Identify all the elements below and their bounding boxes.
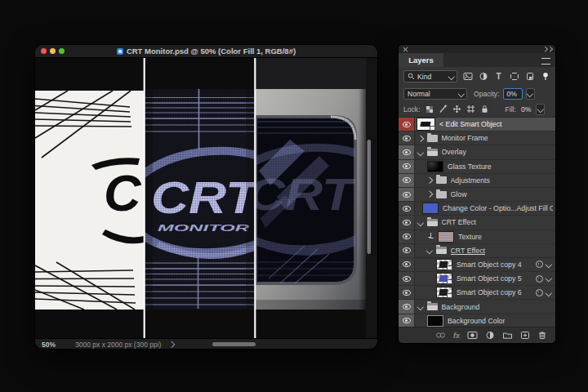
link-layers-icon[interactable] xyxy=(435,331,446,340)
visibility-toggle[interactable] xyxy=(399,230,415,243)
smart-filter-icon[interactable] xyxy=(536,275,543,283)
layer-row-smart-object-copy-4[interactable]: Smart Object copy 4 xyxy=(399,258,555,272)
horizontal-scrollbar[interactable] xyxy=(212,342,256,346)
chevron-right-icon[interactable] xyxy=(426,191,433,198)
layer-row-smart-object-copy-6[interactable]: Smart Object copy 6 xyxy=(399,286,555,300)
layer-row-crt-effect-group[interactable]: CRT Effect xyxy=(399,216,555,229)
tab-layers[interactable]: Layers xyxy=(399,53,443,67)
filter-kind-dropdown[interactable]: Kind xyxy=(403,70,457,82)
new-adjustment-layer-icon[interactable] xyxy=(485,331,495,340)
window-titlebar[interactable]: CRT Monitor.psd @ 50% (Color Fill 1, RGB… xyxy=(35,45,377,58)
minimize-window-button[interactable] xyxy=(50,48,56,54)
eye-icon xyxy=(403,290,411,296)
chevron-down-icon[interactable] xyxy=(545,261,551,268)
visibility-toggle[interactable] xyxy=(399,145,415,158)
window-title: CRT Monitor.psd @ 50% (Color Fill 1, RGB… xyxy=(127,47,296,56)
lock-artboard-icon[interactable] xyxy=(466,105,475,114)
opacity-input[interactable]: 0% xyxy=(503,88,523,100)
zoom-window-button[interactable] xyxy=(59,48,65,54)
layer-row-smart-object-copy-5[interactable]: Smart Object copy 5 xyxy=(399,272,555,286)
close-window-button[interactable] xyxy=(41,48,47,54)
visibility-toggle[interactable] xyxy=(399,118,415,131)
smart-filter-icon[interactable] xyxy=(536,289,543,296)
panel-menu-icon[interactable] xyxy=(541,58,550,65)
layer-row-texture[interactable]: Texture xyxy=(399,230,555,244)
chevron-right-icon[interactable] xyxy=(417,135,424,141)
layer-thumbnail[interactable] xyxy=(422,203,439,214)
visibility-toggle[interactable] xyxy=(399,188,415,201)
lock-pixels-brush-icon[interactable] xyxy=(439,105,448,114)
layers-list: < Edit Smart Object Monitor Frame Overla… xyxy=(399,118,555,327)
add-layer-mask-icon[interactable] xyxy=(467,331,478,340)
folder-icon xyxy=(436,191,447,198)
canvas-artwork: C xyxy=(35,58,377,338)
lock-position-move-icon[interactable] xyxy=(452,105,461,114)
visibility-toggle[interactable] xyxy=(399,131,415,145)
lock-all-padlock-icon[interactable] xyxy=(480,105,489,114)
new-group-folder-icon[interactable] xyxy=(502,331,513,340)
visibility-toggle[interactable] xyxy=(399,286,415,299)
visibility-toggle[interactable] xyxy=(399,244,415,257)
panel-grip[interactable] xyxy=(399,45,555,53)
layer-row-background-group[interactable]: Background xyxy=(399,300,555,314)
visibility-toggle[interactable] xyxy=(399,300,415,313)
filter-pixel-layers-icon[interactable] xyxy=(463,72,473,81)
filter-smart-object-icon[interactable] xyxy=(525,72,535,81)
strip-divider-right[interactable] xyxy=(254,58,256,338)
layer-row-edit-smart-object[interactable]: < Edit Smart Object xyxy=(399,118,555,131)
chevron-down-icon[interactable] xyxy=(417,220,424,226)
filter-adjustment-layers-icon[interactable] xyxy=(479,72,488,81)
strip-divider-left[interactable] xyxy=(144,58,145,338)
visibility-toggle[interactable] xyxy=(399,272,415,285)
visibility-toggle[interactable] xyxy=(399,258,415,271)
chevron-down-icon[interactable] xyxy=(426,247,433,254)
chevron-down-icon[interactable] xyxy=(545,289,551,296)
fill-value[interactable]: 0% xyxy=(521,105,531,114)
chevron-down-icon xyxy=(457,91,464,97)
layer-thumbnail[interactable] xyxy=(436,287,452,298)
canvas-viewport[interactable]: C xyxy=(35,58,377,338)
filter-shape-layers-icon[interactable] xyxy=(510,72,519,81)
visibility-toggle[interactable] xyxy=(399,174,415,187)
layer-thumbnail[interactable] xyxy=(436,259,452,270)
delete-layer-trash-icon[interactable] xyxy=(537,331,547,340)
close-panel-icon[interactable] xyxy=(403,47,408,52)
visibility-toggle[interactable] xyxy=(399,216,415,229)
fill-dropdown-button[interactable] xyxy=(536,104,545,115)
smart-filter-icon[interactable] xyxy=(536,261,543,268)
visibility-toggle[interactable] xyxy=(399,160,415,173)
filter-type-layers-icon[interactable]: T xyxy=(494,72,504,81)
layer-row-glow[interactable]: Glow xyxy=(399,188,555,202)
layers-panel: Layers Kind T xyxy=(399,45,555,343)
status-chevron-icon[interactable] xyxy=(168,341,175,348)
vertical-scrollbar[interactable] xyxy=(368,140,372,254)
layer-thumbnail[interactable] xyxy=(427,315,443,327)
layer-row-monitor-frame[interactable]: Monitor Frame xyxy=(399,131,555,145)
layer-thumbnail[interactable] xyxy=(427,161,443,172)
layer-thumbnail[interactable] xyxy=(436,273,452,284)
layer-style-fx-icon[interactable]: fx xyxy=(453,332,460,340)
collapse-panel-icon[interactable] xyxy=(543,47,551,51)
visibility-toggle[interactable] xyxy=(399,314,415,327)
lock-transparency-icon[interactable] xyxy=(425,105,434,114)
search-icon xyxy=(408,73,415,80)
chevron-down-icon[interactable] xyxy=(417,149,424,156)
layer-row-background-color[interactable]: Background Color xyxy=(399,314,555,327)
layer-row-overlay[interactable]: Overlay xyxy=(399,145,555,159)
blend-mode-dropdown[interactable]: Normal xyxy=(403,88,467,100)
opacity-dropdown-button[interactable] xyxy=(526,88,535,100)
zoom-level-field[interactable]: 50% xyxy=(42,341,56,349)
layer-thumbnail[interactable] xyxy=(416,118,435,131)
document-info: 3000 px x 2000 px (300 ppi) xyxy=(75,341,161,349)
layer-thumbnail[interactable] xyxy=(438,231,454,243)
chevron-right-icon[interactable] xyxy=(426,177,433,184)
layer-row-adjustments[interactable]: Adjustments xyxy=(399,174,555,188)
filter-toggle-pin-icon[interactable] xyxy=(541,72,550,81)
new-layer-icon[interactable] xyxy=(520,331,530,340)
chevron-down-icon[interactable] xyxy=(417,304,424,310)
layer-row-glass-texture[interactable]: Glass Texture xyxy=(399,160,555,174)
visibility-toggle[interactable] xyxy=(399,202,415,215)
chevron-down-icon[interactable] xyxy=(545,275,551,282)
layer-row-change-color[interactable]: Change Color - Optio...Adjust Fill Opaci… xyxy=(399,202,555,216)
layer-row-crt-effect-subgroup[interactable]: CRT Effect xyxy=(399,244,555,258)
